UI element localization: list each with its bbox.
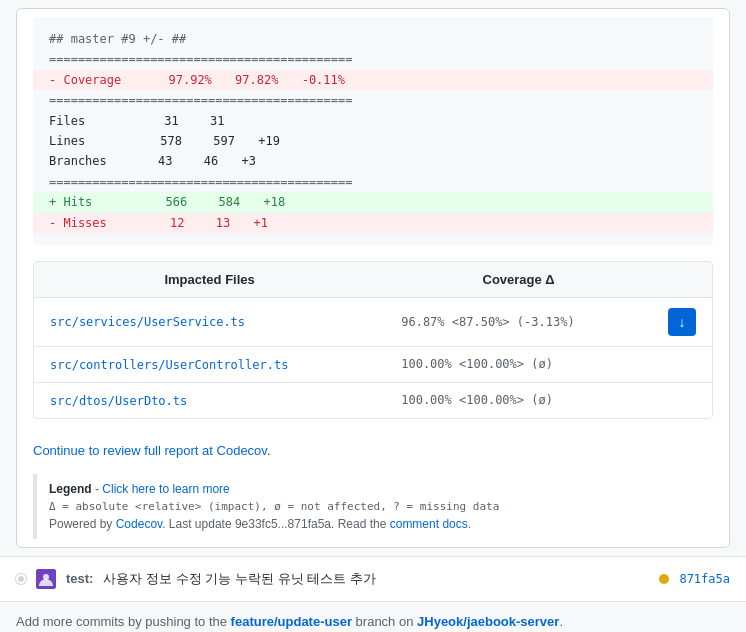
- files-label: Files: [49, 114, 85, 128]
- misses-master: 12: [170, 216, 184, 230]
- comment-docs-link[interactable]: comment docs: [390, 517, 468, 531]
- lines-pr: 597: [213, 134, 235, 148]
- lines-diff: +19: [258, 134, 280, 148]
- coverage-comment: ## master #9 +/- ## ====================…: [16, 8, 730, 548]
- coverage-pr: 97.82%: [235, 73, 278, 87]
- legend-title: Legend: [49, 482, 92, 496]
- branch-link[interactable]: feature/update-user: [231, 614, 352, 629]
- coverage-diff: -0.11%: [302, 73, 345, 87]
- table-row: src/controllers/UserController.ts100.00%…: [34, 346, 712, 382]
- review-link-section: Continue to review full report at Codeco…: [17, 435, 729, 466]
- coverage-report: ## master #9 +/- ## ====================…: [33, 17, 713, 245]
- legend-title-row: Legend - Click here to learn more: [49, 482, 701, 496]
- avatar: [36, 569, 56, 589]
- file-link[interactable]: src/services/UserService.ts: [50, 315, 245, 329]
- footer-period: .: [559, 614, 563, 629]
- files-row: Files 31 31: [49, 111, 697, 131]
- coverage-cell: 100.00% <100.00%> (ø): [385, 382, 652, 418]
- misses-label: - Misses: [49, 216, 107, 230]
- branches-row: Branches 43 46 +3: [49, 151, 697, 171]
- footer-branch-suffix: branch on: [352, 614, 417, 629]
- codecov-link[interactable]: Codecov: [116, 517, 162, 531]
- commit-sha-link[interactable]: 871fa5a: [679, 572, 730, 586]
- branches-label: Branches: [49, 154, 107, 168]
- commit-label: test:: [66, 571, 93, 586]
- page-container: ## master #9 +/- ## ====================…: [0, 8, 746, 632]
- branches-pr: 46: [204, 154, 218, 168]
- hits-diff: +18: [263, 195, 285, 209]
- coverage-cell: 100.00% <100.00%> (ø): [385, 346, 652, 382]
- impacted-files-table: Impacted Files Coverage Δ src/services/U…: [33, 261, 713, 419]
- badge-cell: [652, 382, 712, 418]
- separator2: ========================================…: [49, 90, 697, 110]
- repo-link[interactable]: JHyeok/jaebook-server: [417, 614, 559, 629]
- commit-dot: [16, 574, 26, 584]
- powered-prefix: Powered by: [49, 517, 116, 531]
- commit-status-dot: [659, 574, 669, 584]
- coverage-delta-header: Coverage Δ: [385, 262, 652, 298]
- powered-by: Powered by Codecov. Last update 9e33fc5.…: [49, 517, 701, 531]
- footer-text: Add more commits by pushing to the: [16, 614, 231, 629]
- file-link[interactable]: src/controllers/UserController.ts: [50, 358, 288, 372]
- footer-bar: Add more commits by pushing to the featu…: [0, 601, 746, 632]
- download-badge[interactable]: ↓: [668, 308, 696, 336]
- separator3: ========================================…: [49, 172, 697, 192]
- badge-cell: ↓: [652, 297, 712, 346]
- legend-link[interactable]: Click here to learn more: [102, 482, 229, 496]
- separator1: ========================================…: [49, 49, 697, 69]
- hits-label: + Hits: [49, 195, 92, 209]
- coverage-master: 97.92%: [168, 73, 211, 87]
- update-text: . Last update 9e33fc5...871fa5a. Read th…: [162, 517, 390, 531]
- review-link[interactable]: Continue to review full report at Codeco…: [33, 443, 267, 458]
- header-line: ## master #9 +/- ##: [49, 29, 697, 49]
- table-row: src/dtos/UserDto.ts100.00% <100.00%> (ø): [34, 382, 712, 418]
- legend-formula: Δ = absolute <relative> (impact), ø = no…: [49, 500, 701, 513]
- coverage-cell: 96.87% <87.50%> (-3.13%): [385, 297, 652, 346]
- branches-master: 43: [158, 154, 172, 168]
- impacted-files-header: Impacted Files: [34, 262, 385, 298]
- misses-row: - Misses 12 13 +1: [33, 213, 713, 233]
- branches-diff: +3: [241, 154, 255, 168]
- hits-master: 566: [166, 195, 188, 209]
- lines-label: Lines: [49, 134, 85, 148]
- lines-master: 578: [160, 134, 182, 148]
- coverage-row: - Coverage 97.92% 97.82% -0.11%: [33, 70, 713, 90]
- lines-row: Lines 578 597 +19: [49, 131, 697, 151]
- files-pr: 31: [210, 114, 224, 128]
- hits-pr: 584: [219, 195, 241, 209]
- legend-period: .: [468, 517, 471, 531]
- review-period: .: [267, 443, 271, 458]
- legend-box: Legend - Click here to learn more Δ = ab…: [33, 474, 713, 539]
- coverage-label: - Coverage: [49, 73, 121, 87]
- files-master: 31: [164, 114, 178, 128]
- misses-diff: +1: [253, 216, 267, 230]
- file-link[interactable]: src/dtos/UserDto.ts: [50, 394, 187, 408]
- action-header: [652, 262, 712, 298]
- table-row: src/services/UserService.ts96.87% <87.50…: [34, 297, 712, 346]
- hits-row: + Hits 566 584 +18: [33, 192, 713, 212]
- misses-pr: 13: [216, 216, 230, 230]
- badge-cell: [652, 346, 712, 382]
- commit-row: test: 사용자 정보 수정 기능 누락된 유닛 테스트 추가 871fa5a: [0, 556, 746, 601]
- commit-message: 사용자 정보 수정 기능 누락된 유닛 테스트 추가: [103, 570, 649, 588]
